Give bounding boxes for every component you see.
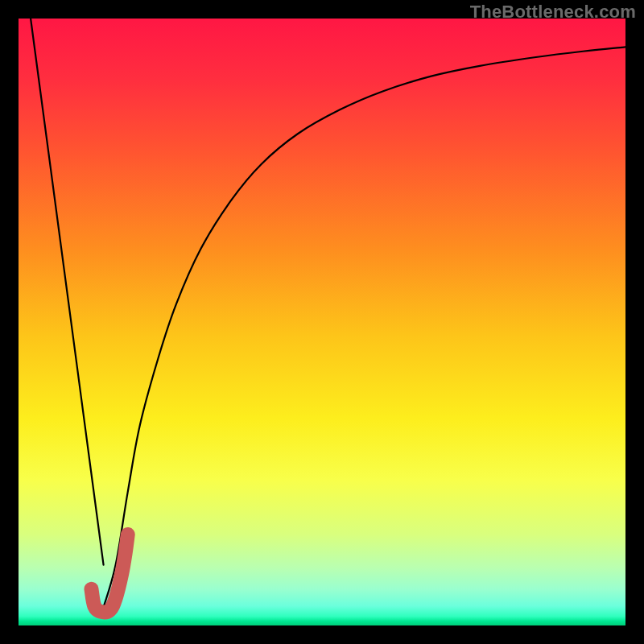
outer-frame: TheBottleneck.com [0,0,644,644]
watermark-text: TheBottleneck.com [470,2,636,23]
plot-area [19,19,625,625]
gradient-background [19,19,625,625]
chart-svg [19,19,625,625]
